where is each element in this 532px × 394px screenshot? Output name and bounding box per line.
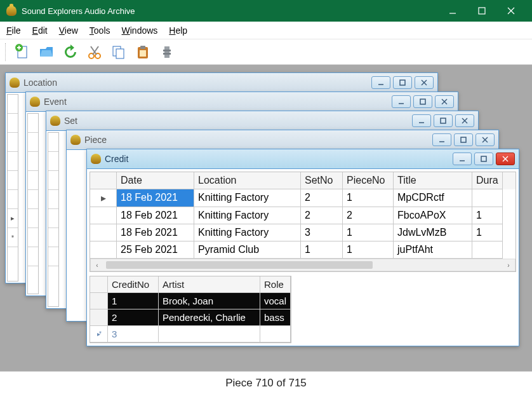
toolbar (0, 39, 532, 65)
menu-help[interactable]: Help (169, 25, 187, 36)
svg-rect-21 (400, 80, 405, 85)
menu-edit[interactable]: Edit (32, 25, 48, 36)
table-row[interactable]: 18 Feb 2021 Knitting Factory 2 2 FbcoAPo… (90, 207, 515, 224)
child-maximize-button[interactable] (474, 153, 493, 165)
close-button[interactable] (496, 0, 526, 22)
child-minimize-button[interactable] (392, 95, 411, 108)
grid-header: Date Location SetNo PieceNo Title Dura (90, 172, 515, 189)
scroll-left-icon[interactable]: ‹ (91, 259, 103, 271)
menubar: File Edit View Tools Windows Help (0, 22, 532, 39)
statusbar: Piece 710 of 715 (0, 371, 532, 394)
col-date[interactable]: Date (117, 172, 194, 189)
pieces-grid[interactable]: Date Location SetNo PieceNo Title Dura ▸… (90, 172, 516, 272)
open-button[interactable] (36, 41, 57, 63)
paste-button[interactable] (132, 41, 154, 63)
table-row[interactable]: ▸ 18 Feb 2021 Knitting Factory 2 1 MpCDR… (90, 189, 515, 207)
child-close-button[interactable] (415, 76, 434, 89)
child-minimize-button[interactable] (371, 76, 390, 89)
svg-rect-33 (461, 137, 466, 142)
child-minimize-button[interactable] (412, 114, 431, 127)
trophy-icon (50, 116, 60, 126)
menu-tools[interactable]: Tools (90, 25, 110, 36)
col-title[interactable]: Title (394, 172, 472, 189)
col-creditno[interactable]: CreditNo (108, 276, 159, 293)
svg-rect-1 (479, 8, 485, 14)
child-title: Event (44, 97, 392, 107)
child-minimize-button[interactable] (453, 153, 472, 165)
child-maximize-button[interactable] (454, 133, 473, 146)
svg-rect-19 (163, 53, 171, 55)
child-minimize-button[interactable] (432, 133, 451, 146)
menu-file[interactable]: File (6, 25, 21, 36)
trophy-icon (10, 78, 20, 88)
child-title: Piece (84, 135, 432, 145)
minimize-button[interactable] (438, 0, 467, 22)
status-text: Piece 710 of 715 (225, 377, 307, 390)
table-row-new[interactable]: 3 (90, 326, 291, 343)
credits-grid[interactable]: CreditNo Artist Role 1 Brook, Joan vocal… (90, 276, 291, 343)
refresh-button[interactable] (60, 41, 81, 63)
child-title: Location (23, 78, 371, 88)
svg-rect-29 (441, 118, 446, 123)
tool-button[interactable] (156, 41, 178, 63)
col-location[interactable]: Location (194, 172, 301, 189)
svg-rect-37 (481, 156, 486, 161)
scroll-right-icon[interactable]: › (502, 259, 515, 271)
toolbar-grip (5, 43, 8, 61)
child-title: Set (64, 116, 412, 126)
table-row[interactable]: 1 Brook, Joan vocal (90, 293, 291, 309)
trophy-icon (91, 154, 101, 164)
child-close-button[interactable] (455, 114, 474, 127)
col-pieceno[interactable]: PieceNo (343, 172, 394, 189)
table-row[interactable]: 25 Feb 2021 Pyramid Club 1 1 juPtfAht (90, 241, 515, 259)
menu-windows[interactable]: Windows (122, 25, 158, 36)
svg-rect-17 (164, 46, 170, 58)
app-titlebar: Sound Explorers Audio Archive (0, 0, 532, 22)
child-maximize-button[interactable] (393, 76, 412, 89)
maximize-button[interactable] (467, 0, 496, 22)
col-artist[interactable]: Artist (159, 276, 260, 293)
trophy-icon (70, 135, 81, 145)
row-indicator-icon: ▸ (90, 189, 117, 207)
svg-rect-25 (420, 99, 425, 104)
col-role[interactable]: Role (260, 276, 291, 293)
svg-rect-15 (140, 46, 145, 49)
app-title: Sound Explorers Audio Archive (22, 6, 438, 16)
svg-rect-16 (140, 50, 146, 57)
col-setno[interactable]: SetNo (301, 172, 343, 189)
mdi-area: Location ▸* Event S (0, 65, 532, 371)
table-row[interactable]: 2 Penderecki, Charlie bass (90, 309, 291, 326)
svg-rect-18 (163, 50, 171, 51)
svg-rect-13 (116, 49, 124, 58)
child-close-button[interactable] (496, 153, 515, 165)
horizontal-scrollbar[interactable]: ‹ › (90, 259, 515, 271)
child-close-button[interactable] (475, 133, 495, 146)
trophy-icon (30, 97, 40, 107)
copy-button[interactable] (108, 41, 130, 63)
child-title: Credit (105, 154, 453, 164)
child-window-credit[interactable]: Credit Date Location SetNo PieceNo Title… (86, 149, 519, 346)
new-button[interactable] (11, 41, 33, 63)
child-maximize-button[interactable] (413, 95, 432, 108)
child-close-button[interactable] (435, 95, 454, 108)
grid-header: CreditNo Artist Role (90, 276, 291, 293)
new-row-indicator-icon (90, 326, 108, 343)
child-maximize-button[interactable] (434, 114, 453, 127)
menu-view[interactable]: View (59, 25, 78, 36)
table-row[interactable]: 18 Feb 2021 Knitting Factory 3 1 JdwLvMz… (90, 224, 515, 241)
col-duration[interactable]: Dura (472, 172, 503, 189)
app-icon (6, 6, 17, 16)
cut-button[interactable] (84, 41, 105, 63)
